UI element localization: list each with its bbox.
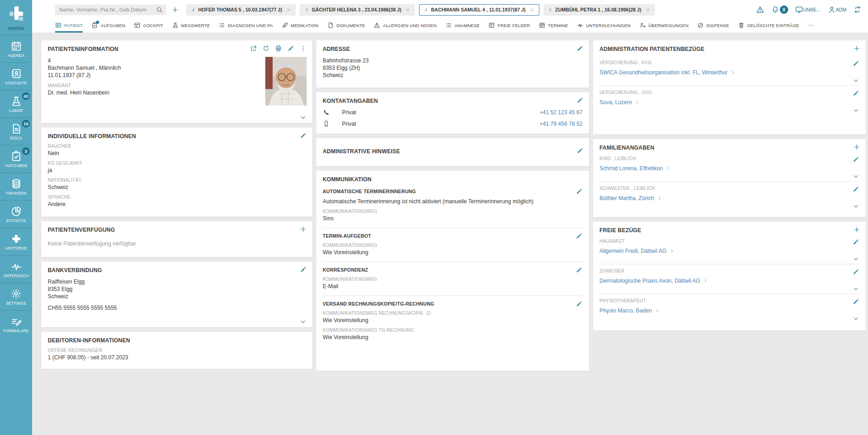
relation-link[interactable]: Physio Marco, Baden	[599, 307, 660, 314]
edit-icon[interactable]	[852, 268, 859, 275]
tab-gel-schte-eintr-ge[interactable]: GELÖSCHTE EINTRÄGE	[738, 22, 799, 33]
tab-patient[interactable]: PATIENT	[55, 22, 83, 33]
info-field: KG GESCANNTja	[48, 161, 306, 173]
edit-icon[interactable]	[577, 45, 583, 52]
edit-icon[interactable]	[852, 60, 859, 67]
sidebar-item-untersuch[interactable]: UNTERSUCH	[0, 255, 32, 283]
tab-messwerte[interactable]: MESSWERTE	[172, 22, 210, 33]
add-icon[interactable]	[853, 45, 860, 52]
sidebar-item-docs[interactable]: 15DOCS	[0, 117, 32, 145]
sidebar-item-labor[interactable]: 43LABOR	[0, 90, 32, 117]
address-line: Bahnhofstrasse 23	[323, 57, 582, 64]
chevdown-icon	[852, 203, 859, 210]
tab-more[interactable]	[808, 22, 814, 33]
expand-chevron[interactable]	[299, 318, 307, 325]
patient-tab-bachmann-samuel-4[interactable]: ♂BACHMANN SAMUEL 4 , 11.01.1937(87 J)	[419, 4, 539, 16]
tab-diagnosen-und-pa[interactable]: DIAGNOSEN UND PA	[218, 22, 273, 33]
sidebar-item-finanzen[interactable]: FINANZEN	[0, 173, 32, 200]
sidebar-item-agenda[interactable]: AGENDA	[0, 35, 32, 62]
pencil-icon	[287, 45, 294, 52]
search-input[interactable]	[55, 7, 156, 12]
patient-tab-hofer-thomas-5[interactable]: ♂HOFER THOMAS 5 , 10.03.1947(77 J)	[186, 4, 296, 16]
kebab-action-icon[interactable]	[300, 45, 307, 52]
edit-icon[interactable]	[852, 90, 859, 97]
tab-medikation[interactable]: MEDIKATION	[282, 22, 319, 33]
alerts-button[interactable]	[756, 6, 764, 14]
patient-tab-zumb-hl-petra-1[interactable]: ♀ZUMBÜHL PETRA 1 , 16.08.1996(28 J)	[543, 4, 655, 16]
edit-icon[interactable]	[577, 97, 583, 104]
close-icon[interactable]	[530, 7, 535, 12]
edit-icon[interactable]	[300, 266, 307, 273]
relation-link[interactable]: Suva, Luzern	[599, 99, 640, 106]
more-icon	[808, 22, 814, 28]
user-button[interactable]: ADM	[828, 6, 846, 14]
patient-photo[interactable]	[265, 57, 307, 106]
tab-anamnese[interactable]: ANAMNESE	[445, 22, 480, 33]
close-icon[interactable]	[286, 7, 291, 12]
tab-allergien-und-noxen[interactable]: ALLERGIEN UND NOXEN	[374, 22, 437, 33]
expand-chevron[interactable]	[599, 173, 859, 180]
close-icon[interactable]	[645, 7, 650, 12]
tab-untersuchungen[interactable]: UNTERSUCHUNGEN	[577, 22, 631, 33]
sidebar-item-aufgaben[interactable]: 3AUFGABEN	[0, 145, 32, 173]
flask-icon	[172, 22, 179, 28]
card-family: FAMILIENANGABEN KIND , LEIBLICHSchmid Lo…	[593, 139, 866, 217]
tab-freie-felder[interactable]: FREIE FELDER	[488, 22, 530, 33]
relation-link[interactable]: SWICA Gesundheitsorganisation inkl. FL, …	[599, 69, 735, 76]
relation-link[interactable]: Schmid Lorena, Effretikon	[599, 165, 671, 172]
tab-cockpit[interactable]: COCKPIT	[134, 22, 163, 33]
edit-icon[interactable]	[576, 188, 582, 195]
edit-icon[interactable]	[852, 156, 859, 163]
sidebar-item-kontakte[interactable]: KONTAKTE	[0, 62, 32, 90]
tab-dispense[interactable]: DISPENSE	[697, 22, 729, 33]
tab-berweisungen[interactable]: ÜBERWEISUNGEN	[639, 22, 689, 33]
external-action-icon[interactable]	[250, 45, 257, 52]
expand-chevron[interactable]	[599, 107, 859, 114]
relation-link[interactable]: Dermatologische Praxis Axon, Dättwil AG	[599, 278, 708, 284]
search-icon[interactable]	[156, 6, 163, 13]
app-logo[interactable]: axenita	[0, 0, 32, 35]
contact-number-link[interactable]: +41 79 456 78 52	[539, 121, 582, 127]
edit-icon[interactable]	[576, 267, 582, 273]
expand-chevron[interactable]	[299, 114, 307, 121]
patient-tab-g-chter-helena-3[interactable]: ♀GÄCHTER HELENA 3 , 23.04.1986(38 J)	[300, 4, 415, 16]
relation-link[interactable]: Büthler Martha, Zürich	[599, 195, 662, 201]
notifications-button[interactable]: 0	[771, 6, 788, 14]
edit-icon[interactable]	[852, 239, 859, 245]
edit-icon[interactable]	[300, 132, 307, 139]
tab-termine[interactable]: TERMINE	[539, 22, 568, 33]
edit-icon[interactable]	[576, 301, 582, 307]
refresh-action-icon[interactable]	[263, 45, 269, 52]
screen-share-button[interactable]: UNBE...	[795, 6, 821, 14]
edit-icon[interactable]	[577, 147, 583, 154]
close-icon[interactable]	[405, 7, 410, 12]
plus-icon	[300, 226, 307, 233]
add-patient-button[interactable]	[172, 6, 179, 13]
add-icon[interactable]	[300, 226, 307, 233]
printer-action-icon[interactable]	[275, 45, 282, 52]
contact-number-link[interactable]: +41 52 123 45 67	[539, 109, 582, 116]
add-icon[interactable]	[853, 144, 860, 151]
tab-dokumente[interactable]: DOKUMENTE	[327, 22, 365, 33]
sidebar-item-formulare[interactable]: FORMULARE	[0, 310, 32, 338]
info-icon[interactable]	[426, 311, 431, 316]
chevdown-icon	[852, 315, 859, 322]
sidebar-item-settings[interactable]: SETTINGS	[0, 283, 32, 310]
male-icon: ♂	[191, 7, 196, 13]
edit-icon[interactable]	[852, 298, 859, 305]
relation-link[interactable]: Allgemein Fredi, Dättwil AG	[599, 248, 674, 254]
edit-icon[interactable]	[576, 233, 582, 240]
expand-chevron[interactable]	[599, 203, 859, 210]
sidebar-item-statistik[interactable]: STATISTIK	[0, 200, 32, 228]
tab-aufgaben[interactable]: AUFGABEN	[91, 22, 125, 33]
expand-chevron[interactable]	[599, 256, 859, 262]
expand-chevron[interactable]	[599, 285, 859, 292]
pencil-action-icon[interactable]	[287, 45, 294, 52]
sidebar-item-apotheke[interactable]: APOTHEKE	[0, 228, 32, 255]
expand-chevron[interactable]	[599, 77, 859, 84]
relation-label: SCHWESTER , LEIBLICH	[599, 186, 859, 191]
edit-icon[interactable]	[852, 186, 859, 193]
expand-chevron[interactable]	[599, 315, 859, 322]
sync-button[interactable]	[853, 6, 862, 14]
add-icon[interactable]	[853, 226, 860, 233]
